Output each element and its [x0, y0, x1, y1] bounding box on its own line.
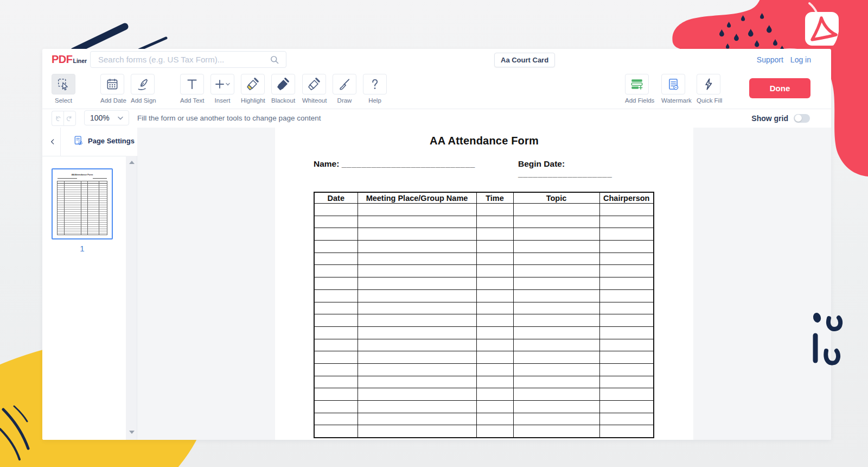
table-cell[interactable] — [314, 413, 358, 425]
table-cell[interactable] — [599, 351, 654, 364]
table-cell[interactable] — [314, 228, 358, 241]
table-cell[interactable] — [476, 401, 513, 413]
table-cell[interactable] — [358, 314, 476, 327]
table-cell[interactable] — [314, 376, 358, 388]
table-cell[interactable] — [513, 363, 599, 376]
table-cell[interactable] — [314, 314, 358, 327]
table-cell[interactable] — [476, 339, 513, 351]
table-row[interactable] — [314, 265, 654, 277]
login-link[interactable]: Log in — [790, 55, 811, 64]
table-cell[interactable] — [599, 265, 654, 277]
table-cell[interactable] — [513, 204, 599, 216]
show-grid-toggle[interactable] — [794, 114, 810, 123]
page-thumbnail[interactable]: AA Attendance Form — [52, 168, 113, 239]
table-cell[interactable] — [358, 363, 476, 376]
table-cell[interactable] — [314, 289, 358, 302]
table-cell[interactable] — [599, 241, 654, 253]
table-cell[interactable] — [358, 204, 476, 216]
table-row[interactable] — [314, 253, 654, 265]
document-name-chip[interactable]: Aa Court Card — [494, 53, 555, 67]
pdf-page[interactable]: AA Attendance Form Name: _______________… — [275, 128, 693, 440]
table-row[interactable] — [314, 204, 654, 216]
highlight-button[interactable]: Highlight — [241, 74, 265, 104]
table-row[interactable] — [314, 363, 654, 376]
draw-button[interactable]: Draw — [333, 74, 356, 104]
table-row[interactable] — [314, 289, 654, 302]
table-cell[interactable] — [476, 253, 513, 265]
page-settings-tab[interactable]: Page Settings — [73, 135, 135, 146]
table-cell[interactable] — [599, 302, 654, 314]
support-link[interactable]: Support — [757, 55, 783, 64]
table-row[interactable] — [314, 413, 654, 425]
table-cell[interactable] — [314, 326, 358, 339]
table-row[interactable] — [314, 277, 654, 290]
table-cell[interactable] — [476, 277, 513, 290]
table-cell[interactable] — [476, 289, 513, 302]
pdfliner-logo[interactable]: PDF Liner — [52, 53, 87, 65]
add-fields-button[interactable]: Add Fields — [625, 74, 649, 104]
table-cell[interactable] — [513, 351, 599, 364]
page-number[interactable]: 1 — [52, 244, 113, 253]
table-cell[interactable] — [358, 388, 476, 401]
table-cell[interactable] — [314, 339, 358, 351]
document-viewport[interactable]: AA Attendance Form Name: _______________… — [137, 128, 831, 440]
table-cell[interactable] — [314, 253, 358, 265]
table-cell[interactable] — [599, 376, 654, 388]
help-button[interactable]: Help — [363, 74, 387, 104]
table-cell[interactable] — [599, 277, 654, 290]
table-cell[interactable] — [513, 425, 599, 438]
table-cell[interactable] — [599, 253, 654, 265]
select-tool-button[interactable]: Select — [52, 74, 75, 104]
table-cell[interactable] — [476, 314, 513, 327]
table-cell[interactable] — [476, 388, 513, 401]
table-row[interactable] — [314, 302, 654, 314]
redo-button[interactable] — [63, 111, 76, 126]
insert-button[interactable]: Insert — [210, 74, 234, 104]
table-cell[interactable] — [358, 413, 476, 425]
table-cell[interactable] — [513, 302, 599, 314]
table-row[interactable] — [314, 228, 654, 241]
table-cell[interactable] — [358, 228, 476, 241]
sidebar-scrollbar[interactable] — [126, 156, 137, 440]
table-cell[interactable] — [599, 388, 654, 401]
table-cell[interactable] — [513, 216, 599, 228]
table-cell[interactable] — [513, 277, 599, 290]
done-button[interactable]: Done — [749, 78, 810, 98]
table-cell[interactable] — [476, 216, 513, 228]
table-cell[interactable] — [513, 388, 599, 401]
table-cell[interactable] — [599, 326, 654, 339]
table-row[interactable] — [314, 401, 654, 413]
table-cell[interactable] — [513, 314, 599, 327]
table-cell[interactable] — [476, 241, 513, 253]
quick-fill-button[interactable]: Quick Fill — [697, 74, 720, 104]
table-cell[interactable] — [513, 339, 599, 351]
table-cell[interactable] — [476, 425, 513, 438]
undo-button[interactable] — [52, 111, 63, 126]
table-cell[interactable] — [314, 241, 358, 253]
table-row[interactable] — [314, 376, 654, 388]
table-cell[interactable] — [476, 302, 513, 314]
table-cell[interactable] — [513, 241, 599, 253]
table-cell[interactable] — [314, 388, 358, 401]
table-cell[interactable] — [314, 204, 358, 216]
table-cell[interactable] — [358, 351, 476, 364]
table-cell[interactable] — [513, 228, 599, 241]
add-date-button[interactable]: Add Date — [100, 74, 124, 104]
table-cell[interactable] — [358, 289, 476, 302]
table-cell[interactable] — [476, 204, 513, 216]
table-cell[interactable] — [599, 401, 654, 413]
table-cell[interactable] — [314, 425, 358, 438]
table-cell[interactable] — [476, 413, 513, 425]
table-row[interactable] — [314, 314, 654, 327]
table-cell[interactable] — [599, 228, 654, 241]
table-cell[interactable] — [314, 302, 358, 314]
table-cell[interactable] — [513, 413, 599, 425]
table-cell[interactable] — [358, 401, 476, 413]
add-text-button[interactable]: Add Text — [180, 74, 204, 104]
table-row[interactable] — [314, 388, 654, 401]
table-cell[interactable] — [476, 326, 513, 339]
table-cell[interactable] — [476, 265, 513, 277]
table-cell[interactable] — [476, 363, 513, 376]
table-cell[interactable] — [599, 216, 654, 228]
table-row[interactable] — [314, 241, 654, 253]
